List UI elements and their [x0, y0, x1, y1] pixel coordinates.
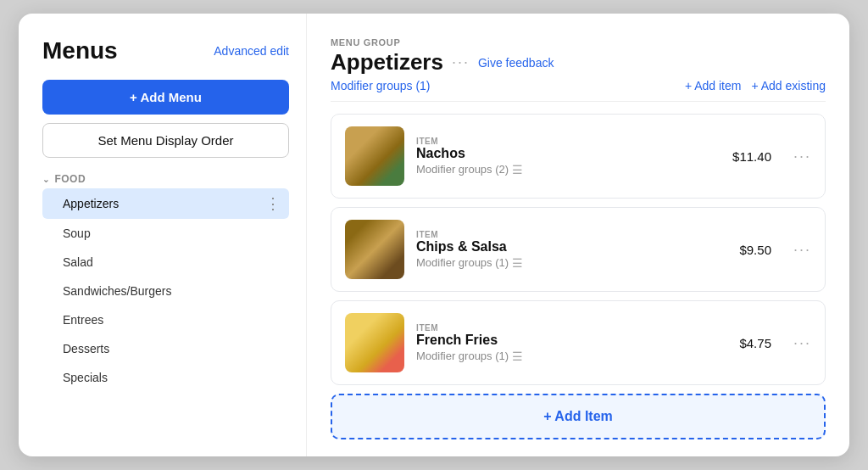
sidebar-item-soup[interactable]: Soup — [42, 219, 289, 248]
item-options-icon[interactable]: ··· — [793, 148, 811, 165]
sidebar-item-entrees[interactable]: Entrees — [42, 305, 289, 334]
sidebar-item-label: Salad — [63, 255, 93, 269]
sidebar-item-salad[interactable]: Salad — [42, 248, 289, 277]
table-row[interactable]: ITEMNachosModifier groups (2) ☰$11.40··· — [331, 114, 826, 199]
item-price: $4.75 — [739, 336, 771, 350]
item-info: ITEMFrench FriesModifier groups (1) ☰ — [416, 323, 727, 363]
sidebar-menu-list: Appetizers⋮SoupSaladSandwiches/BurgersEn… — [42, 188, 289, 392]
main-options-icon[interactable]: ··· — [452, 53, 470, 71]
set-display-order-button[interactable]: Set Menu Display Order — [42, 123, 289, 158]
table-row[interactable]: ITEMFrench FriesModifier groups (1) ☰$4.… — [331, 300, 826, 385]
main-actions: + Add item + Add existing — [685, 79, 826, 92]
item-options-icon[interactable]: ··· — [793, 241, 811, 259]
sidebar-header: Menus Advanced edit — [42, 37, 289, 64]
modifier-groups-link[interactable]: Modifier groups (1) — [331, 79, 431, 92]
sidebar-item-label: Desserts — [63, 342, 109, 355]
add-item-button[interactable]: + Add Item — [331, 394, 826, 439]
sidebar-item-label: Appetizers — [63, 197, 119, 210]
item-label: ITEM — [416, 323, 727, 333]
item-price: $9.50 — [739, 243, 771, 257]
sidebar: Menus Advanced edit + Add Menu Set Menu … — [19, 14, 307, 456]
item-image — [345, 126, 404, 186]
main-title: Appetizers — [331, 49, 443, 76]
menu-group-label: MENU GROUP — [331, 37, 826, 48]
item-name: French Fries — [416, 333, 727, 348]
sidebar-item-label: Sandwiches/Burgers — [63, 284, 171, 298]
item-info: ITEMChips & SalsaModifier groups (1) ☰ — [416, 230, 727, 270]
item-name: Nachos — [416, 146, 721, 161]
sidebar-item-desserts[interactable]: Desserts — [42, 334, 289, 363]
add-existing-link[interactable]: + Add existing — [751, 79, 826, 92]
sidebar-item-label: Soup — [63, 227, 91, 240]
item-price: $11.40 — [732, 149, 771, 164]
sidebar-item-specials[interactable]: Specials — [42, 363, 289, 392]
item-image — [345, 313, 404, 372]
item-label: ITEM — [416, 230, 727, 239]
advanced-edit-link[interactable]: Advanced edit — [214, 44, 289, 58]
add-item-link[interactable]: + Add item — [685, 79, 742, 92]
sidebar-item-options-icon[interactable]: ⋮ — [265, 196, 281, 211]
item-info: ITEMNachosModifier groups (2) ☰ — [416, 137, 721, 176]
sidebar-item-sandwiches-burgers[interactable]: Sandwiches/Burgers — [42, 277, 289, 305]
sidebar-item-label: Specials — [63, 371, 108, 384]
main-content: MENU GROUP Appetizers ··· Give feedback … — [307, 14, 849, 456]
chevron-icon: ⌄ — [42, 175, 49, 184]
item-label: ITEM — [416, 137, 721, 146]
table-row[interactable]: ITEMChips & SalsaModifier groups (1) ☰$9… — [331, 207, 826, 292]
sidebar-item-label: Entrees — [63, 313, 103, 327]
item-modifier: Modifier groups (1) ☰ — [416, 256, 727, 270]
sidebar-title: Menus — [42, 37, 118, 64]
main-subheader: Modifier groups (1) + Add item + Add exi… — [331, 79, 826, 102]
sidebar-item-appetizers[interactable]: Appetizers⋮ — [42, 188, 289, 219]
give-feedback-link[interactable]: Give feedback — [478, 56, 554, 70]
item-modifier: Modifier groups (1) ☰ — [416, 350, 727, 363]
item-image — [345, 220, 404, 279]
item-options-icon[interactable]: ··· — [793, 334, 811, 352]
items-list: ITEMNachosModifier groups (2) ☰$11.40···… — [331, 114, 826, 385]
item-modifier: Modifier groups (2) ☰ — [416, 163, 721, 176]
main-header: Appetizers ··· Give feedback — [331, 49, 826, 76]
food-group-label[interactable]: ⌄ FOOD — [42, 173, 289, 185]
add-menu-button[interactable]: + Add Menu — [42, 80, 289, 115]
item-name: Chips & Salsa — [416, 239, 727, 255]
